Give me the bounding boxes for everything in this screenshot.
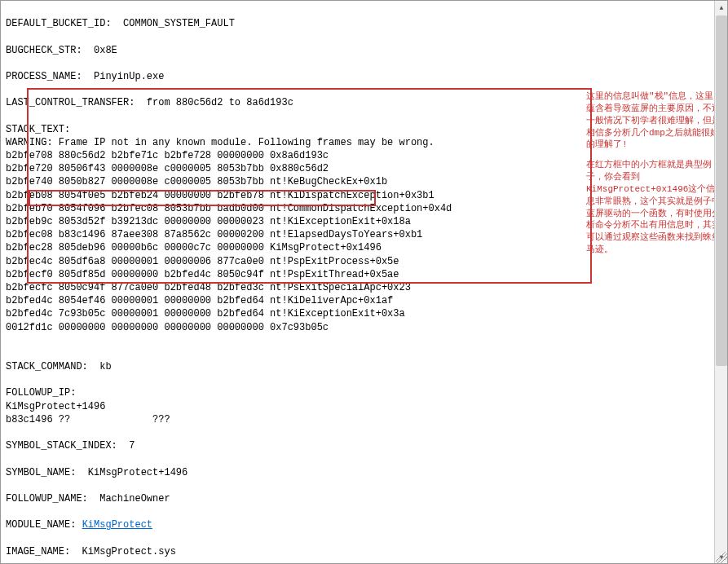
stack-line: 0012fd1c 00000000 00000000 00000000 0000… bbox=[6, 322, 329, 333]
module-name-label: MODULE_NAME: bbox=[6, 519, 82, 531]
resize-grip-icon[interactable] bbox=[716, 552, 727, 563]
followup-ip-line: KiMsgProtect+1496 bbox=[6, 401, 105, 412]
annotation-paragraph: 这里的信息叫做"栈"信息，这里蕴含着导致蓝屏的主要原因，不过一般情况下初学者很难… bbox=[586, 90, 722, 151]
scroll-up-button[interactable]: ▲ bbox=[715, 1, 728, 14]
process-name: PROCESS_NAME: PinyinUp.exe bbox=[6, 71, 164, 82]
bugcheck-str: BUGCHECK_STR: 0x8E bbox=[6, 45, 117, 56]
module-name-link[interactable]: KiMsgProtect bbox=[82, 519, 152, 531]
annotation-panel: 这里的信息叫做"栈"信息，这里蕴含着导致蓝屏的主要原因，不过一般情况下初学者很难… bbox=[585, 1, 727, 563]
followup-ip-line: b83c1496 ?? ??? bbox=[6, 414, 170, 425]
annotation-paragraph: 在红方框中的小方框就是典型例子，你会看到KiMsgProtect+0x1496这… bbox=[586, 159, 722, 256]
symbol-name: SYMBOL_NAME: KiMsgProtect+1496 bbox=[6, 467, 188, 478]
scroll-thumb[interactable] bbox=[716, 15, 727, 366]
stack-line: b2bfed4c 8054ef46 00000001 00000000 b2bf… bbox=[6, 295, 393, 306]
vertical-scrollbar[interactable]: ▲ ▼ bbox=[714, 1, 727, 563]
default-bucket-id: DEFAULT_BUCKET_ID: COMMON_SYSTEM_FAULT bbox=[6, 18, 235, 29]
symbol-stack-index: SYMBOL_STACK_INDEX: 7 bbox=[6, 440, 135, 452]
followup-ip-label: FOLLOWUP_IP: bbox=[6, 387, 76, 399]
followup-name: FOLLOWUP_NAME: MachineOwner bbox=[6, 493, 170, 505]
image-name: IMAGE_NAME: KiMsgProtect.sys bbox=[6, 546, 176, 557]
stack-line: b2bfed4c 7c93b05c 00000001 00000000 b2bf… bbox=[6, 308, 405, 319]
highlight-frame-small bbox=[29, 190, 376, 206]
highlight-frame-large bbox=[27, 88, 592, 284]
stack-command: STACK_COMMAND: kb bbox=[6, 361, 112, 372]
stack-line: b2bfecfc 8050c94f 877ca0e0 b2bfed48 b2bf… bbox=[6, 282, 411, 293]
